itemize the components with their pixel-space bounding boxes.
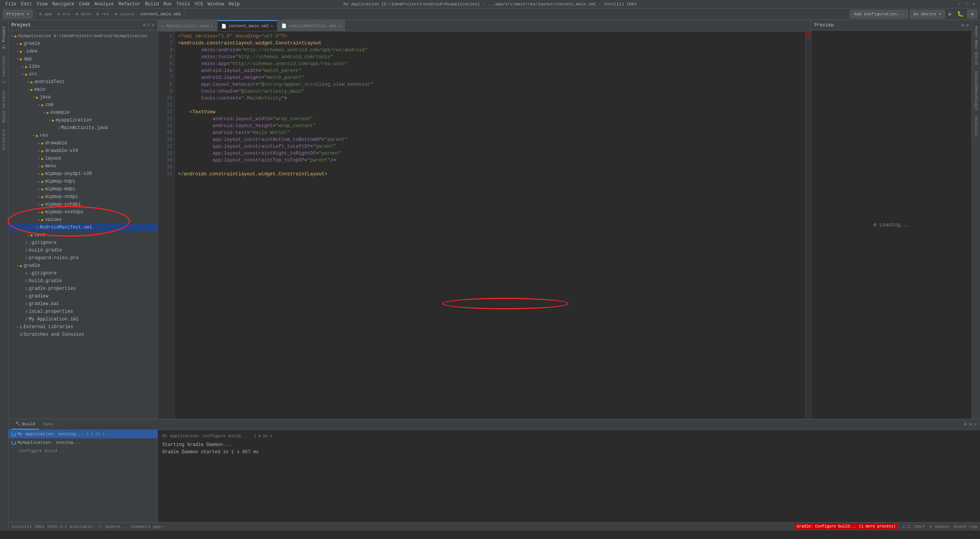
menu-item-edit[interactable]: Edit <box>19 2 34 7</box>
tree-item[interactable]: Gbuild.gradle <box>8 277 157 285</box>
tree-item[interactable]: ▾▶layout <box>8 155 157 162</box>
menu-item-code[interactable]: Code <box>77 2 92 7</box>
error-stripe-1[interactable] <box>807 32 810 34</box>
breadcrumb-app[interactable]: ⊞ app <box>39 11 52 16</box>
tree-item[interactable]: ▸▶mipmap-mdpi <box>8 185 157 193</box>
status-event-log[interactable]: Event Log <box>954 524 977 529</box>
tree-item[interactable]: Xproguard-rules.pro <box>8 254 157 262</box>
close-btn[interactable]: ✕ <box>971 1 977 7</box>
menu-item-refactor[interactable]: Refactor <box>116 2 143 7</box>
menu-item-view[interactable]: View <box>34 2 50 7</box>
tree-item[interactable]: ▾▶myapplication <box>8 116 157 124</box>
tree-item[interactable]: ▸▶drawable-v24 <box>8 147 157 155</box>
tree-item[interactable]: ▾▶example <box>8 109 157 116</box>
status-position[interactable]: 1:1 <box>903 524 910 529</box>
tree-item[interactable]: ▸▶libs <box>8 63 157 70</box>
menu-item-window[interactable]: Window <box>205 2 226 7</box>
right-tab-consolemaven[interactable]: ConsoleMenuPlugin <box>973 68 979 113</box>
status-idea-version[interactable]: IntelliJ IDEA 2019.3.2 available: // Upd… <box>11 524 163 529</box>
bottom-settings-icon[interactable]: ⚙ <box>964 421 967 427</box>
build-item-2[interactable]: Configure build... <box>8 447 157 455</box>
tree-item[interactable]: Gbuild.gradle <box>8 247 157 254</box>
menu-item-analyze[interactable]: Analyze <box>92 2 116 7</box>
breadcrumb-file[interactable]: content_main.xml <box>140 12 181 16</box>
tab-close-btn[interactable]: ✕ <box>211 24 213 28</box>
preview-settings-icon[interactable]: ⚙ <box>962 22 964 28</box>
tree-item[interactable]: ▸▶mipmap-hdpi <box>8 178 157 185</box>
left-tab-structure[interactable]: Structure <box>1 126 7 153</box>
error-stripe-3[interactable] <box>807 37 810 38</box>
tree-item[interactable]: X.gitignore <box>8 239 157 247</box>
build-item-1[interactable]: MyApplication: syncing... <box>8 438 157 447</box>
tree-item[interactable]: ▸▶androidTest <box>8 78 157 86</box>
right-tab-maven[interactable]: Maven Repo Search <box>973 23 979 68</box>
panel-gear-icon[interactable]: ⚙ <box>143 22 145 28</box>
tree-item[interactable]: SScratches and Consoles <box>8 331 157 338</box>
tree-item[interactable]: ▾▶MyApplication D:\IdeaProjects\Android\… <box>8 32 157 40</box>
tree-item[interactable]: ▸LExternal Libraries <box>8 323 157 331</box>
tree-item[interactable]: ▸▶gradle <box>8 40 157 47</box>
menu-item-help[interactable]: Help <box>226 2 242 7</box>
no-device-btn[interactable]: No device ▾ <box>910 10 945 18</box>
editor-tab-2[interactable]: 📄AndroidManifest.xml✕ <box>278 20 345 31</box>
tree-item[interactable]: ▸▶test <box>8 231 157 239</box>
tree-item[interactable]: ▸▶mipmap-xhdpi <box>8 193 157 201</box>
menu-item-file[interactable]: File <box>3 2 19 7</box>
error-stripe-2[interactable] <box>807 34 810 36</box>
tree-item[interactable]: ▸▶mipmap-xxhdpi <box>8 201 157 208</box>
project-dropdown[interactable]: Project ▾ <box>3 10 33 18</box>
tree-item[interactable]: ▸▶mipmap-anydpi-v26 <box>8 170 157 178</box>
editor-tab-1[interactable]: 📄content_main.xml✕ <box>217 20 278 31</box>
tree-item[interactable]: ▾▶app <box>8 55 157 63</box>
tab-close-btn[interactable]: ✕ <box>338 24 341 28</box>
tree-item[interactable]: ▾▶res <box>8 132 157 139</box>
add-configuration-btn[interactable]: Add Configuration... <box>850 10 908 18</box>
breadcrumb-res[interactable]: ⊞ res <box>96 11 109 16</box>
tree-item[interactable]: Xgradlew.bat <box>8 300 157 308</box>
tree-item[interactable]: ▾▶com <box>8 101 157 109</box>
panel-close-icon[interactable]: ✕ <box>152 22 154 28</box>
breadcrumb-src[interactable]: ⊞ src <box>57 11 70 16</box>
tree-item[interactable]: ▾▶gradle <box>8 262 157 270</box>
tree-item[interactable]: XMy Application.iml <box>8 315 157 323</box>
status-indent[interactable]: 4 spaces <box>929 524 950 529</box>
bottom-tab-build[interactable]: 🔨 Build <box>11 420 39 430</box>
menu-item-tools[interactable]: Tools <box>174 2 193 7</box>
code-editor[interactable]: <?xml version="1.0" encoding="utf-8"?><a… <box>175 31 805 419</box>
tree-item[interactable]: Xlocal.properties <box>8 308 157 315</box>
build-item-0[interactable]: My Application: syncing... 1 m 54 s <box>8 430 157 438</box>
settings-btn[interactable]: ⚙ <box>967 10 977 18</box>
tree-item[interactable]: ▸▶values <box>8 216 157 224</box>
left-tab-project[interactable]: 1: Project <box>1 23 7 52</box>
left-tab-build-variants[interactable]: Build Variants <box>1 87 7 126</box>
tab-close-btn[interactable]: ✕ <box>271 24 273 28</box>
tree-item[interactable]: ▾▶src <box>8 70 157 78</box>
bottom-close-icon[interactable]: ✕ <box>974 421 977 427</box>
menu-item-navigate[interactable]: Navigate <box>50 2 77 7</box>
breadcrumb-layout[interactable]: ⊞ layout <box>115 11 135 16</box>
debug-btn[interactable]: 🐛 <box>956 11 965 17</box>
run-btn[interactable]: ▶ <box>947 11 953 17</box>
preview-refresh-icon[interactable]: ↺ <box>966 22 969 28</box>
status-crlf[interactable]: CRLF <box>915 524 924 529</box>
tree-item[interactable]: ▾▶main <box>8 86 157 93</box>
tree-item[interactable]: ▸▶.idea <box>8 47 157 55</box>
breadcrumb-main[interactable]: ⊞ main <box>76 11 91 16</box>
right-tab-statistic[interactable]: Statistic <box>973 113 979 140</box>
gradle-configure-warning[interactable]: Gradle: Configure build... (1 more proce… <box>795 524 898 529</box>
left-tab-favorites[interactable]: 2: Favorites <box>1 53 7 87</box>
bottom-tab-sync[interactable]: Sync... <box>39 420 65 430</box>
editor-tab-0[interactable]: ☕MainActivity.java✕ <box>158 20 217 31</box>
tree-item[interactable]: JMainActivity.java <box>8 124 157 132</box>
minimize-btn[interactable]: ─ <box>956 1 962 7</box>
tree-item[interactable]: Xgradlew <box>8 292 157 300</box>
tree-item[interactable]: ▾▶java <box>8 93 157 101</box>
tree-item[interactable]: X.gitignore <box>8 270 157 277</box>
tree-item[interactable]: XAndroidManifest.xml <box>8 224 157 231</box>
tree-item[interactable]: ▸▶menu <box>8 162 157 170</box>
maximize-btn[interactable]: □ <box>964 1 970 7</box>
menu-item-run[interactable]: Run <box>161 2 174 7</box>
tree-item[interactable]: Xgradle.properties <box>8 285 157 292</box>
menu-item-build[interactable]: Build <box>143 2 161 7</box>
menu-item-vcs[interactable]: VCS <box>193 2 206 7</box>
